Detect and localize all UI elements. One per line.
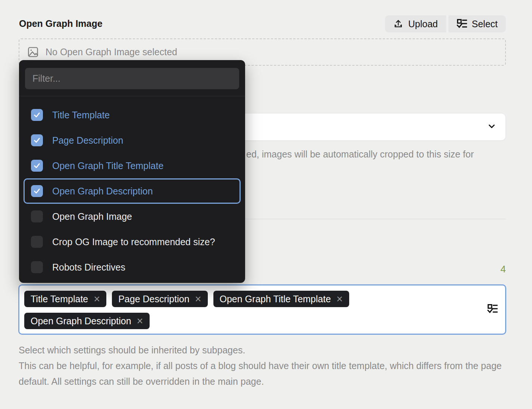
- option-label: Robots Directives: [52, 262, 125, 273]
- remove-tag-icon[interactable]: ×: [337, 294, 343, 305]
- options-list: Title Template Page Description Open Gra…: [19, 96, 245, 283]
- checkbox-checked-icon[interactable]: [31, 109, 43, 121]
- tag-chip: Open Graph Title Template ×: [213, 291, 349, 307]
- inherit-settings-field[interactable]: Title Template × Page Description × Open…: [18, 284, 506, 335]
- upload-button[interactable]: Upload: [385, 15, 446, 32]
- inherited-count: 4: [501, 263, 506, 275]
- placeholder-label: No Open Graph Image selected: [46, 47, 177, 57]
- help-line-2: This can be helpful, for example, if all…: [19, 358, 508, 389]
- option-label: Open Graph Description: [52, 186, 153, 197]
- tag-label: Page Description: [118, 294, 189, 305]
- seo-settings-panel: Open Graph Image Upload Select: [0, 0, 532, 409]
- inherit-help-text: Select which settings should be inherite…: [19, 342, 508, 389]
- checkbox-unchecked-icon[interactable]: [31, 210, 43, 222]
- option-label: Page Description: [52, 135, 123, 146]
- option-page-description[interactable]: Page Description: [24, 128, 241, 153]
- select-label: Select: [472, 19, 498, 29]
- checkbox-unchecked-icon[interactable]: [31, 261, 43, 273]
- tag-label: Title Template: [31, 294, 88, 305]
- option-og-description[interactable]: Open Graph Description: [24, 178, 241, 204]
- remove-tag-icon[interactable]: ×: [195, 294, 201, 305]
- option-label: Crop OG Image to recommended size?: [52, 237, 215, 247]
- upload-icon: [393, 19, 403, 29]
- upload-label: Upload: [408, 19, 438, 29]
- checklist-icon: [457, 19, 467, 29]
- crop-hint-text: ed, images will be automatically cropped…: [246, 149, 474, 160]
- checkbox-checked-icon[interactable]: [31, 134, 43, 146]
- filter-section: [19, 60, 245, 96]
- tag-chip: Title Template ×: [24, 291, 106, 307]
- option-title-template[interactable]: Title Template: [24, 102, 241, 128]
- select-button[interactable]: Select: [448, 15, 506, 32]
- chevron-down-icon: [487, 121, 497, 132]
- remove-tag-icon[interactable]: ×: [94, 294, 100, 305]
- option-robots-directives[interactable]: Robots Directives: [24, 255, 241, 280]
- page-title: Open Graph Image: [19, 18, 103, 29]
- remove-tag-icon[interactable]: ×: [137, 316, 143, 327]
- checkbox-checked-icon[interactable]: [31, 160, 43, 172]
- image-icon: [27, 46, 39, 58]
- filter-input[interactable]: [25, 68, 239, 89]
- checklist-icon[interactable]: [487, 304, 498, 316]
- image-actions: Upload Select: [385, 15, 506, 32]
- tag-label: Open Graph Title Template: [220, 294, 331, 305]
- checkbox-unchecked-icon[interactable]: [31, 236, 43, 248]
- checkbox-checked-icon[interactable]: [31, 185, 43, 197]
- option-og-title-template[interactable]: Open Graph Title Template: [24, 153, 241, 178]
- option-og-image[interactable]: Open Graph Image: [24, 204, 241, 229]
- option-label: Open Graph Image: [52, 211, 132, 222]
- option-label: Open Graph Title Template: [52, 160, 163, 171]
- option-crop-og-image[interactable]: Crop OG Image to recommended size?: [24, 229, 241, 255]
- option-label: Title Template: [52, 110, 110, 121]
- help-line-1: Select which settings should be inherite…: [19, 342, 508, 358]
- inherit-settings-dropdown: Title Template Page Description Open Gra…: [19, 60, 245, 283]
- tag-chip: Page Description ×: [112, 291, 207, 307]
- tag-label: Open Graph Description: [31, 316, 131, 327]
- tag-chip: Open Graph Description ×: [24, 313, 150, 329]
